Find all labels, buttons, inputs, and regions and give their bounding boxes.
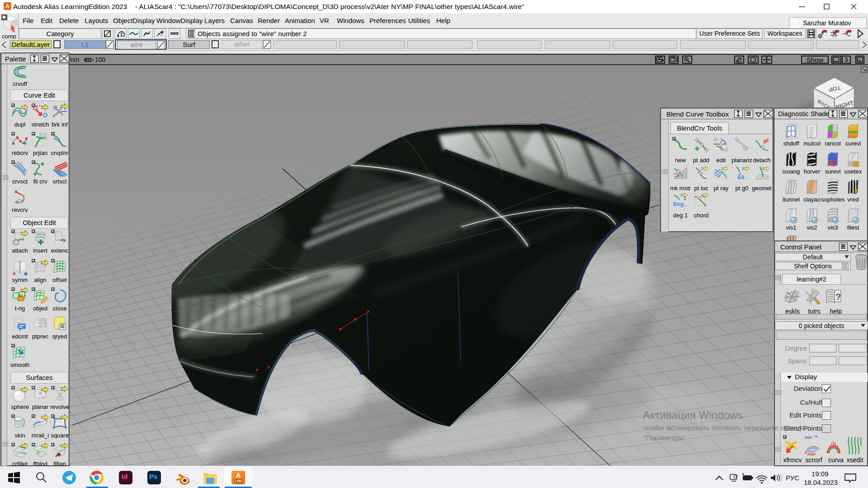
- svg-text:?: ?: [835, 292, 841, 302]
- svg-text:Deg.: Deg.: [673, 201, 687, 208]
- svg-text:min: min: [805, 435, 812, 440]
- svg-text:max: max: [807, 452, 816, 455]
- svg-text:G0.: G0.: [737, 174, 748, 181]
